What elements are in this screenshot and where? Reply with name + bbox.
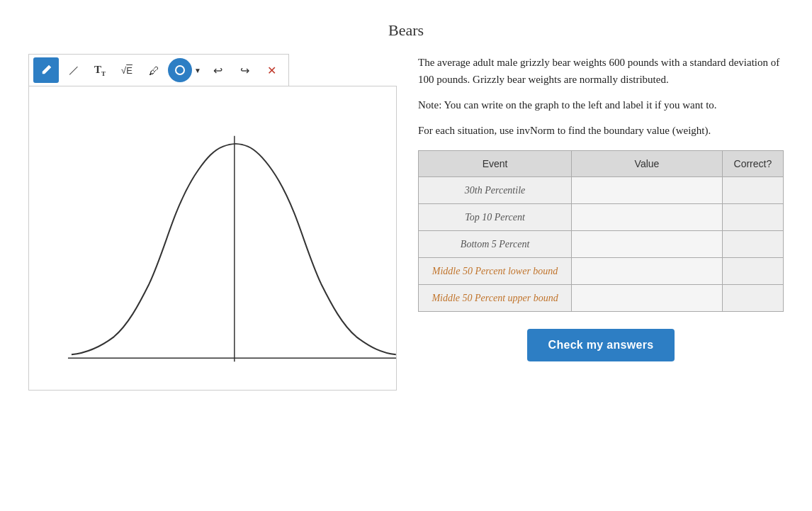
correct-cell-mid50lower (722, 258, 783, 285)
event-cell-mid50lower: Middle 50 Percent lower bound (419, 258, 572, 285)
description-line2: Note: You can write on the graph to the … (418, 96, 784, 113)
correct-cell-mid50upper (722, 285, 783, 312)
table-row: Middle 50 Percent lower bound (419, 258, 784, 285)
col-header-value: Value (572, 151, 723, 177)
col-header-event: Event (419, 151, 572, 177)
value-input-bottom5[interactable] (582, 238, 712, 249)
text-icon: TT (94, 64, 106, 77)
answer-table: Event Value Correct? 30th Percentile Top… (418, 150, 784, 312)
undo-icon: ↩ (213, 64, 222, 77)
correct-cell-bottom5 (722, 231, 783, 258)
close-tool-button[interactable]: ✕ (259, 57, 284, 83)
text-tool-button[interactable]: TT (87, 57, 113, 83)
redo-button[interactable]: ↪ (232, 57, 257, 83)
value-input-mid50upper[interactable] (582, 292, 712, 303)
value-cell-top10[interactable] (572, 204, 723, 231)
right-panel: The average adult male grizzly bear weig… (418, 54, 784, 391)
event-cell-top10: Top 10 Percent (419, 204, 572, 231)
col-header-correct: Correct? (722, 151, 783, 177)
table-row: Bottom 5 Percent (419, 231, 784, 258)
description-block: The average adult male grizzly bear weig… (418, 54, 784, 139)
chevron-down-icon: ▼ (194, 67, 201, 74)
eraser-icon: 🖊 (149, 64, 159, 77)
formula-icon: √E (121, 65, 132, 76)
drawing-toolbar: — TT √E 🖊 ▼ (28, 54, 289, 86)
table-row: 30th Percentile (419, 177, 784, 204)
page-title: Bears (388, 21, 424, 40)
bell-curve-svg (29, 86, 396, 390)
pencil-icon (40, 64, 52, 77)
line-tool-button[interactable]: — (60, 57, 86, 83)
undo-button[interactable]: ↩ (205, 57, 230, 83)
description-line1: The average adult male grizzly bear weig… (418, 54, 784, 88)
line-icon: — (64, 62, 81, 79)
table-row: Middle 50 Percent upper bound (419, 285, 784, 312)
value-cell-mid50lower[interactable] (572, 258, 723, 285)
redo-icon: ↪ (240, 64, 249, 77)
left-panel: — TT √E 🖊 ▼ (28, 54, 397, 391)
table-row: Top 10 Percent (419, 204, 784, 231)
color-picker-group: ▼ (168, 57, 203, 83)
main-layout: — TT √E 🖊 ▼ (28, 54, 784, 391)
value-input-top10[interactable] (582, 211, 712, 223)
color-dropdown-button[interactable]: ▼ (192, 57, 203, 83)
eraser-tool-button[interactable]: 🖊 (141, 57, 167, 83)
drawing-canvas[interactable] (28, 86, 397, 391)
formula-tool-button[interactable]: √E (114, 57, 140, 83)
color-swatch-icon (175, 65, 185, 75)
description-line3: For each situation, use invNorm to find … (418, 122, 784, 139)
close-icon: ✕ (267, 64, 276, 77)
color-picker-button[interactable] (168, 58, 192, 82)
value-input-mid50lower[interactable] (582, 265, 712, 276)
value-cell-mid50upper[interactable] (572, 285, 723, 312)
value-input-30th[interactable] (582, 184, 712, 196)
event-cell-30th: 30th Percentile (419, 177, 572, 204)
pencil-tool-button[interactable] (33, 57, 59, 83)
correct-cell-30th (722, 177, 783, 204)
value-cell-bottom5[interactable] (572, 231, 723, 258)
value-cell-30th[interactable] (572, 177, 723, 204)
check-answers-button[interactable]: Check my answers (527, 329, 675, 361)
event-cell-bottom5: Bottom 5 Percent (419, 231, 572, 258)
event-cell-mid50upper: Middle 50 Percent upper bound (419, 285, 572, 312)
correct-cell-top10 (722, 204, 783, 231)
